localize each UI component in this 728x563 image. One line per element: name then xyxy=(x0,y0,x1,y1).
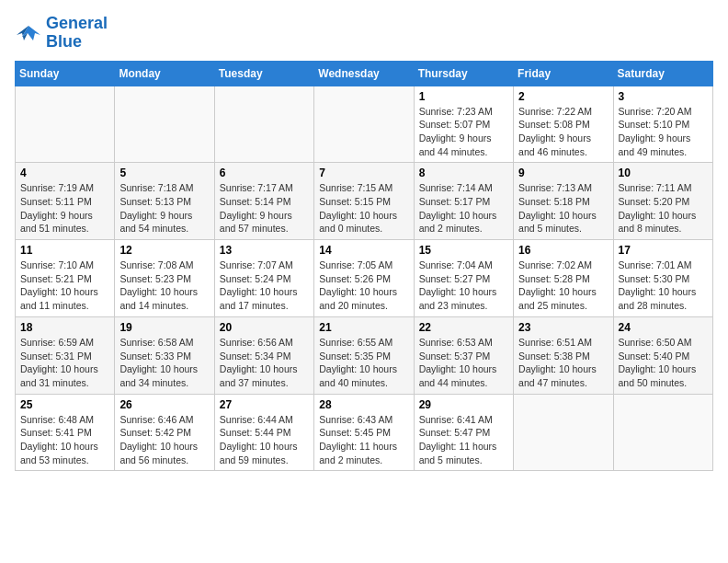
calendar-cell: 29Sunrise: 6:41 AM Sunset: 5:47 PM Dayli… xyxy=(414,394,513,471)
calendar-cell xyxy=(514,394,613,471)
calendar-cell: 17Sunrise: 7:01 AM Sunset: 5:30 PM Dayli… xyxy=(613,240,712,317)
day-number: 24 xyxy=(619,321,708,334)
column-header-saturday: Saturday xyxy=(613,61,712,86)
day-number: 16 xyxy=(518,244,608,257)
column-header-wednesday: Wednesday xyxy=(314,61,414,86)
day-number: 20 xyxy=(220,321,309,334)
day-info: Sunrise: 7:23 AM Sunset: 5:07 PM Dayligh… xyxy=(419,105,508,159)
calendar-cell: 27Sunrise: 6:44 AM Sunset: 5:44 PM Dayli… xyxy=(214,394,313,471)
day-number: 22 xyxy=(419,321,508,334)
day-info: Sunrise: 7:19 AM Sunset: 5:11 PM Dayligh… xyxy=(20,181,109,236)
column-header-thursday: Thursday xyxy=(414,61,513,86)
calendar-cell xyxy=(613,394,712,471)
calendar-cell: 23Sunrise: 6:51 AM Sunset: 5:38 PM Dayli… xyxy=(514,316,613,394)
column-header-tuesday: Tuesday xyxy=(214,61,313,86)
calendar-cell: 2Sunrise: 7:22 AM Sunset: 5:08 PM Daylig… xyxy=(514,86,613,163)
day-number: 25 xyxy=(20,398,109,411)
day-info: Sunrise: 7:05 AM Sunset: 5:26 PM Dayligh… xyxy=(319,259,408,313)
day-info: Sunrise: 7:18 AM Sunset: 5:13 PM Dayligh… xyxy=(119,181,209,236)
day-number: 29 xyxy=(419,398,508,411)
day-number: 4 xyxy=(20,167,109,179)
day-number: 19 xyxy=(119,321,209,334)
day-info: Sunrise: 7:20 AM Sunset: 5:10 PM Dayligh… xyxy=(619,105,708,159)
calendar-cell: 16Sunrise: 7:02 AM Sunset: 5:28 PM Dayli… xyxy=(514,240,613,317)
calendar-cell: 19Sunrise: 6:58 AM Sunset: 5:33 PM Dayli… xyxy=(115,316,214,394)
day-number: 13 xyxy=(220,244,309,257)
calendar-week-row: 4Sunrise: 7:19 AM Sunset: 5:11 PM Daylig… xyxy=(16,163,713,240)
calendar-week-row: 1Sunrise: 7:23 AM Sunset: 5:07 PM Daylig… xyxy=(16,86,713,163)
day-info: Sunrise: 7:02 AM Sunset: 5:28 PM Dayligh… xyxy=(518,259,608,313)
column-header-friday: Friday xyxy=(514,61,613,86)
column-header-monday: Monday xyxy=(115,61,214,86)
day-info: Sunrise: 7:01 AM Sunset: 5:30 PM Dayligh… xyxy=(619,259,708,313)
day-info: Sunrise: 6:58 AM Sunset: 5:33 PM Dayligh… xyxy=(119,336,209,390)
day-info: Sunrise: 7:15 AM Sunset: 5:15 PM Dayligh… xyxy=(319,181,408,236)
day-number: 28 xyxy=(319,398,408,411)
day-number: 17 xyxy=(619,244,708,257)
column-header-sunday: Sunday xyxy=(16,61,115,86)
calendar-cell: 7Sunrise: 7:15 AM Sunset: 5:15 PM Daylig… xyxy=(314,163,414,240)
day-info: Sunrise: 6:50 AM Sunset: 5:40 PM Dayligh… xyxy=(619,336,708,390)
day-info: Sunrise: 7:07 AM Sunset: 5:24 PM Dayligh… xyxy=(220,259,309,313)
day-info: Sunrise: 7:04 AM Sunset: 5:27 PM Dayligh… xyxy=(419,259,508,313)
calendar-cell: 26Sunrise: 6:46 AM Sunset: 5:42 PM Dayli… xyxy=(115,394,214,471)
calendar-cell xyxy=(115,86,214,163)
day-info: Sunrise: 6:51 AM Sunset: 5:38 PM Dayligh… xyxy=(518,336,608,390)
calendar-cell: 28Sunrise: 6:43 AM Sunset: 5:45 PM Dayli… xyxy=(314,394,414,471)
calendar-week-row: 11Sunrise: 7:10 AM Sunset: 5:21 PM Dayli… xyxy=(16,240,713,317)
day-number: 2 xyxy=(518,90,608,103)
day-number: 9 xyxy=(518,167,608,179)
day-info: Sunrise: 7:17 AM Sunset: 5:14 PM Dayligh… xyxy=(220,181,309,236)
day-info: Sunrise: 6:44 AM Sunset: 5:44 PM Dayligh… xyxy=(220,413,309,467)
day-number: 21 xyxy=(319,321,408,334)
day-info: Sunrise: 6:53 AM Sunset: 5:37 PM Dayligh… xyxy=(419,336,508,390)
day-info: Sunrise: 7:08 AM Sunset: 5:23 PM Dayligh… xyxy=(119,259,209,313)
day-number: 5 xyxy=(119,167,209,179)
calendar-table: SundayMondayTuesdayWednesdayThursdayFrid… xyxy=(15,61,713,472)
day-info: Sunrise: 7:13 AM Sunset: 5:18 PM Dayligh… xyxy=(518,181,608,236)
calendar-cell: 9Sunrise: 7:13 AM Sunset: 5:18 PM Daylig… xyxy=(514,163,613,240)
day-number: 8 xyxy=(419,167,508,179)
day-number: 1 xyxy=(419,90,508,103)
day-info: Sunrise: 7:10 AM Sunset: 5:21 PM Dayligh… xyxy=(20,259,109,313)
calendar-cell: 20Sunrise: 6:56 AM Sunset: 5:34 PM Dayli… xyxy=(214,316,313,394)
calendar-header-row: SundayMondayTuesdayWednesdayThursdayFrid… xyxy=(16,61,713,86)
day-number: 27 xyxy=(220,398,309,411)
day-info: Sunrise: 7:22 AM Sunset: 5:08 PM Dayligh… xyxy=(518,105,608,159)
logo: General Blue xyxy=(15,15,108,52)
day-number: 23 xyxy=(518,321,608,334)
day-number: 3 xyxy=(619,90,708,103)
calendar-cell xyxy=(16,86,115,163)
calendar-cell: 14Sunrise: 7:05 AM Sunset: 5:26 PM Dayli… xyxy=(314,240,414,317)
calendar-cell: 8Sunrise: 7:14 AM Sunset: 5:17 PM Daylig… xyxy=(414,163,513,240)
calendar-cell: 25Sunrise: 6:48 AM Sunset: 5:41 PM Dayli… xyxy=(16,394,115,471)
calendar-cell: 10Sunrise: 7:11 AM Sunset: 5:20 PM Dayli… xyxy=(613,163,712,240)
calendar-cell: 22Sunrise: 6:53 AM Sunset: 5:37 PM Dayli… xyxy=(414,316,513,394)
day-info: Sunrise: 6:46 AM Sunset: 5:42 PM Dayligh… xyxy=(119,413,209,467)
day-number: 15 xyxy=(419,244,508,257)
day-info: Sunrise: 6:48 AM Sunset: 5:41 PM Dayligh… xyxy=(20,413,109,467)
day-number: 12 xyxy=(119,244,209,257)
logo-text: General Blue xyxy=(46,15,108,52)
calendar-cell: 1Sunrise: 7:23 AM Sunset: 5:07 PM Daylig… xyxy=(414,86,513,163)
calendar-cell: 21Sunrise: 6:55 AM Sunset: 5:35 PM Dayli… xyxy=(314,316,414,394)
calendar-cell: 15Sunrise: 7:04 AM Sunset: 5:27 PM Dayli… xyxy=(414,240,513,317)
day-info: Sunrise: 6:55 AM Sunset: 5:35 PM Dayligh… xyxy=(319,336,408,390)
day-number: 6 xyxy=(220,167,309,179)
day-number: 14 xyxy=(319,244,408,257)
calendar-cell: 12Sunrise: 7:08 AM Sunset: 5:23 PM Dayli… xyxy=(115,240,214,317)
calendar-cell: 13Sunrise: 7:07 AM Sunset: 5:24 PM Dayli… xyxy=(214,240,313,317)
page-header: General Blue xyxy=(15,15,713,52)
day-number: 11 xyxy=(20,244,109,257)
calendar-cell: 18Sunrise: 6:59 AM Sunset: 5:31 PM Dayli… xyxy=(16,316,115,394)
calendar-cell: 5Sunrise: 7:18 AM Sunset: 5:13 PM Daylig… xyxy=(115,163,214,240)
calendar-cell: 11Sunrise: 7:10 AM Sunset: 5:21 PM Dayli… xyxy=(16,240,115,317)
logo-icon xyxy=(15,22,42,44)
day-info: Sunrise: 6:59 AM Sunset: 5:31 PM Dayligh… xyxy=(20,336,109,390)
calendar-cell: 24Sunrise: 6:50 AM Sunset: 5:40 PM Dayli… xyxy=(613,316,712,394)
day-number: 10 xyxy=(619,167,708,179)
calendar-cell xyxy=(314,86,414,163)
calendar-week-row: 18Sunrise: 6:59 AM Sunset: 5:31 PM Dayli… xyxy=(16,316,713,394)
calendar-cell: 6Sunrise: 7:17 AM Sunset: 5:14 PM Daylig… xyxy=(214,163,313,240)
day-info: Sunrise: 6:41 AM Sunset: 5:47 PM Dayligh… xyxy=(419,413,508,467)
